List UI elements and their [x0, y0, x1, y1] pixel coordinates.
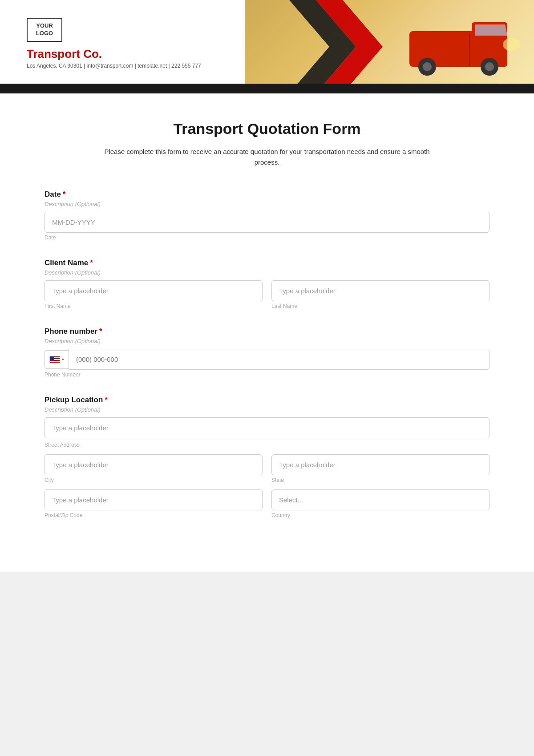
first-name-col: First Name [44, 280, 263, 309]
van-image [400, 9, 525, 80]
zip-sublabel: Postal/Zip Code [44, 512, 263, 518]
state-sublabel: State [271, 477, 490, 483]
phone-required-star: * [99, 327, 102, 336]
zip-input[interactable] [44, 489, 263, 510]
svg-point-10 [503, 38, 521, 51]
city-sublabel: City [44, 477, 263, 483]
client-name-description: Description (Optional) [44, 269, 490, 276]
form-title: Transport Quotation Form [44, 120, 490, 137]
svg-point-8 [485, 62, 494, 71]
header-dark-bar [0, 84, 534, 93]
logo-line1: YOUR [36, 22, 53, 29]
city-state-row: City State [44, 454, 490, 483]
country-col: Select... United States Canada Mexico Co… [271, 489, 490, 518]
company-info: Los Angeles, CA 90301 | info@transport.c… [27, 63, 201, 69]
client-name-row: First Name Last Name [44, 280, 490, 309]
state-col: State [271, 454, 490, 483]
header-decoration [245, 0, 534, 93]
date-required-star: * [63, 190, 66, 198]
client-name-label: Client Name* [44, 259, 490, 267]
phone-country-selector[interactable]: ▾ [44, 350, 69, 369]
zip-col: Postal/Zip Code [44, 489, 263, 518]
pickup-required-star: * [105, 396, 108, 404]
first-name-sublabel: First Name [44, 303, 263, 309]
city-input[interactable] [44, 454, 263, 475]
client-name-required-star: * [90, 259, 93, 267]
pickup-label: Pickup Location* [44, 396, 490, 404]
logo-box: YOUR LOGO [27, 18, 62, 42]
phone-section: Phone number* Description (Optional) ▾ P… [44, 327, 490, 378]
phone-number-input[interactable] [69, 349, 490, 370]
date-sublabel: Date [44, 234, 490, 241]
svg-marker-4 [475, 24, 507, 36]
phone-label: Phone number* [44, 327, 490, 336]
last-name-sublabel: Last Name [271, 303, 490, 309]
company-branding: YOUR LOGO Transport Co. Los Angeles, CA … [27, 18, 201, 69]
chevron-down-icon: ▾ [62, 357, 64, 362]
form-description: Please complete this form to receive an … [100, 146, 434, 168]
country-select[interactable]: Select... United States Canada Mexico [271, 489, 490, 510]
client-name-section: Client Name* Description (Optional) Firs… [44, 259, 490, 309]
state-input[interactable] [271, 454, 490, 475]
company-name: Transport Co. [27, 47, 201, 61]
phone-description: Description (Optional) [44, 338, 490, 344]
pickup-description: Description (Optional) [44, 406, 490, 413]
last-name-input[interactable] [271, 280, 490, 301]
date-description: Description (Optional) [44, 201, 490, 207]
country-sublabel: Country [271, 512, 490, 518]
street-sublabel: Street Address [44, 442, 490, 448]
main-content: Transport Quotation Form Please complete… [0, 93, 534, 572]
phone-input-row: ▾ [44, 349, 490, 370]
last-name-col: Last Name [271, 280, 490, 309]
date-section: Date* Description (Optional) Date [44, 190, 490, 241]
date-label: Date* [44, 190, 490, 199]
page-header: YOUR LOGO Transport Co. Los Angeles, CA … [0, 0, 534, 93]
city-col: City [44, 454, 263, 483]
zip-country-row: Postal/Zip Code Select... United States … [44, 489, 490, 518]
first-name-input[interactable] [44, 280, 263, 301]
date-input[interactable] [44, 212, 490, 233]
pickup-location-section: Pickup Location* Description (Optional) … [44, 396, 490, 518]
street-address-input[interactable] [44, 417, 490, 438]
us-flag-icon [49, 356, 60, 363]
logo-line2: LOGO [36, 30, 53, 36]
svg-point-6 [423, 62, 432, 71]
phone-sublabel: Phone Number [44, 372, 490, 378]
